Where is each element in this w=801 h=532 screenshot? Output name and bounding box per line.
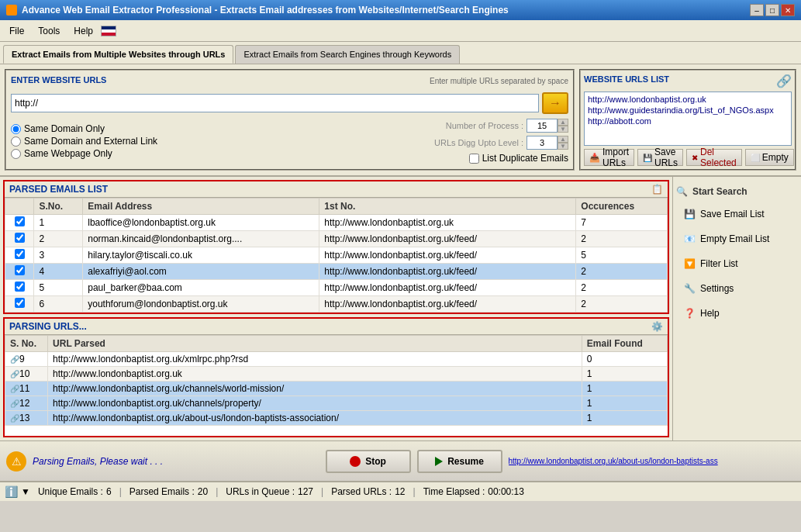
process-spin-up[interactable]: ▲ bbox=[558, 119, 568, 126]
time-elapsed-label: Time Elapsed : bbox=[423, 486, 485, 497]
radio-same-domain[interactable]: Same Domain Only bbox=[11, 123, 157, 134]
process-spin-down[interactable]: ▼ bbox=[558, 126, 568, 133]
filter-icon: 🔽 bbox=[683, 257, 696, 270]
window-title: Advance Web Email Extractor Professional… bbox=[22, 5, 509, 16]
col-email: Email Address bbox=[83, 199, 319, 215]
urls-list-content: http://www.londonbaptist.org.uk http://w… bbox=[584, 92, 792, 146]
status-bar: ℹ️ ▼ Unique Emails : 6 | Parsed Emails :… bbox=[0, 481, 801, 501]
tab-search-engines[interactable]: Extract Emails from Search Engines throu… bbox=[235, 45, 460, 64]
col-occ: Occurences bbox=[576, 199, 668, 215]
col-sno: S.No. bbox=[34, 199, 83, 215]
list-duplicate-checkbox[interactable] bbox=[469, 154, 479, 164]
digg-spin-down[interactable]: ▼ bbox=[558, 143, 568, 150]
menu-bar: File Tools Help bbox=[0, 20, 801, 42]
lower-area: PARSED EMAILS LIST 📋 S.No. Email Address… bbox=[0, 177, 801, 440]
left-lower-panel: PARSED EMAILS LIST 📋 S.No. Email Address… bbox=[0, 177, 673, 440]
title-bar: Advance Web Email Extractor Professional… bbox=[0, 0, 801, 20]
url-hint-text: Enter multiple URLs separated by space bbox=[430, 77, 568, 85]
unique-emails-value: 6 bbox=[106, 486, 112, 497]
menu-tools[interactable]: Tools bbox=[32, 23, 66, 39]
save-email-list-button[interactable]: 💾 Save Email List bbox=[676, 203, 798, 225]
table-row[interactable]: 6 youthforum@londonbaptist.org.uk http:/… bbox=[5, 296, 668, 313]
parsed-emails-table: S.No. Email Address 1st No. Occurences 1… bbox=[5, 198, 668, 313]
help-button[interactable]: ❓ Help bbox=[676, 302, 798, 324]
empty-email-list-button[interactable]: 📧 Empty Email List bbox=[676, 228, 798, 250]
list-item[interactable]: http://www.londonbaptist.org.uk bbox=[586, 94, 789, 105]
table-row: 🔗10 http://www.londonbaptist.org.uk 1 bbox=[5, 367, 668, 382]
parsing-urls-table-wrap: S. No. URL Parsed Email Found 🔗9 http://… bbox=[5, 335, 668, 426]
domain-options: Same Domain Only Same Domain and Externa… bbox=[11, 123, 157, 159]
digg-spin-up[interactable]: ▲ bbox=[558, 136, 568, 143]
radio-same-webpage[interactable]: Same Webpage Only bbox=[11, 148, 157, 159]
help-icon: ❓ bbox=[683, 307, 696, 320]
num-process-input[interactable] bbox=[527, 119, 558, 133]
radio-same-external[interactable]: Same Domain and External Link bbox=[11, 136, 157, 147]
menu-file[interactable]: File bbox=[3, 23, 30, 39]
list-item[interactable]: http://www.guidestarindia.org/List_of_NG… bbox=[586, 105, 789, 116]
col-purl-no: S. No. bbox=[5, 336, 48, 352]
language-flag-icon[interactable] bbox=[101, 26, 116, 36]
status-icon: ⚠ bbox=[6, 451, 26, 472]
parsing-status: Parsing Emails, Please wait . . . bbox=[33, 456, 319, 467]
start-search-title: 🔍 Start Search bbox=[676, 183, 798, 200]
info-icon: ℹ️ bbox=[5, 485, 18, 498]
filter-list-button[interactable]: 🔽 Filter List bbox=[676, 253, 798, 275]
right-sidebar: 🔍 Start Search 💾 Save Email List 📧 Empty… bbox=[673, 177, 801, 440]
current-url-link[interactable]: http://www.londonbaptist.org.uk/about-us… bbox=[509, 457, 796, 465]
close-button[interactable]: ✕ bbox=[781, 4, 795, 16]
settings-icon: 🔧 bbox=[683, 282, 696, 295]
del-selected-button[interactable]: ✖ Del Selected bbox=[686, 149, 742, 166]
resume-button[interactable]: Resume bbox=[417, 450, 502, 473]
settings-button[interactable]: 🔧 Settings bbox=[676, 278, 798, 299]
empty-icon: ⬜ bbox=[751, 154, 760, 162]
window-controls: – □ ✕ bbox=[750, 4, 795, 16]
tab-multiple-websites[interactable]: Extract Emails from Multiple Websites th… bbox=[3, 45, 233, 64]
stop-button[interactable]: Stop bbox=[326, 450, 411, 473]
table-row[interactable]: 3 hilary.taylor@tiscali.co.uk http://www… bbox=[5, 247, 668, 264]
table-row: 🔗11 http://www.londonbaptist.org.uk/chan… bbox=[5, 382, 668, 396]
table-row: 🔗12 http://www.londonbaptist.org.uk/chan… bbox=[5, 396, 668, 411]
table-row: 🔗13 http://www.londonbaptist.org.uk/abou… bbox=[5, 411, 668, 426]
save-icon: 💾 bbox=[643, 154, 652, 162]
app-icon bbox=[6, 5, 17, 16]
table-row[interactable]: 2 norman.kincaid@londonbaptist.org.... h… bbox=[5, 231, 668, 247]
table-row[interactable]: 5 paul_barker@baa.com http://www.londonb… bbox=[5, 280, 668, 296]
digg-level-label: URLs Digg Upto Level : bbox=[434, 138, 523, 147]
parsed-emails-table-wrap: S.No. Email Address 1st No. Occurences 1… bbox=[5, 198, 668, 313]
urls-list-title: WEBSITE URLs LIST bbox=[584, 74, 669, 84]
parsed-emails-section: PARSED EMAILS LIST 📋 S.No. Email Address… bbox=[3, 180, 669, 314]
empty-email-icon: 📧 bbox=[683, 233, 696, 245]
copy-icon: 📋 bbox=[651, 184, 663, 195]
parsed-urls-label: Parsed URLs : bbox=[331, 486, 392, 497]
url-input[interactable] bbox=[11, 94, 539, 112]
url-entry-title: ENTER WEBSITE URLs bbox=[11, 75, 106, 85]
bottom-bar: ⚠ Parsing Emails, Please wait . . . Stop… bbox=[0, 440, 801, 481]
top-section: ENTER WEBSITE URLs Enter multiple URLs s… bbox=[0, 64, 801, 177]
search-icon: 🔍 bbox=[676, 186, 688, 197]
add-url-button[interactable]: → bbox=[542, 92, 568, 114]
import-icon: 📥 bbox=[589, 153, 600, 163]
list-item[interactable]: http://abbott.com bbox=[586, 116, 789, 126]
empty-urls-button[interactable]: ⬜ Empty bbox=[745, 149, 794, 166]
parsing-urls-table: S. No. URL Parsed Email Found 🔗9 http://… bbox=[5, 335, 668, 426]
del-icon: ✖ bbox=[692, 154, 698, 162]
list-duplicate-label: List Duplicate Emails bbox=[482, 153, 568, 164]
parsed-emails-title: PARSED EMAILS LIST bbox=[9, 184, 108, 195]
import-urls-button[interactable]: 📥 Import URLs bbox=[584, 149, 634, 166]
parsed-emails-header: PARSED EMAILS LIST 📋 bbox=[5, 181, 668, 198]
table-row: 🔗9 http://www.londonbaptist.org.uk/xmlrp… bbox=[5, 352, 668, 367]
digg-level-input[interactable] bbox=[527, 136, 558, 150]
stop-circle-icon bbox=[350, 456, 361, 467]
save-email-icon: 💾 bbox=[683, 208, 696, 220]
table-row[interactable]: 4 alexafriyi@aol.com http://www.londonba… bbox=[5, 264, 668, 280]
play-triangle-icon bbox=[435, 457, 443, 466]
tabs-bar: Extract Emails from Multiple Websites th… bbox=[0, 42, 801, 64]
minimize-button[interactable]: – bbox=[750, 4, 764, 16]
save-urls-button[interactable]: 💾 Save URLs bbox=[637, 149, 683, 166]
menu-help[interactable]: Help bbox=[67, 23, 99, 39]
parsed-emails-label: Parsed Emails : bbox=[129, 486, 195, 497]
parsing-urls-header: PARSING URLS... ⚙️ bbox=[5, 319, 668, 335]
maximize-button[interactable]: □ bbox=[765, 4, 779, 16]
table-row[interactable]: 1 lbaoffice@londonbaptist.org.uk http://… bbox=[5, 215, 668, 231]
time-elapsed-value: 00:00:13 bbox=[488, 486, 524, 497]
